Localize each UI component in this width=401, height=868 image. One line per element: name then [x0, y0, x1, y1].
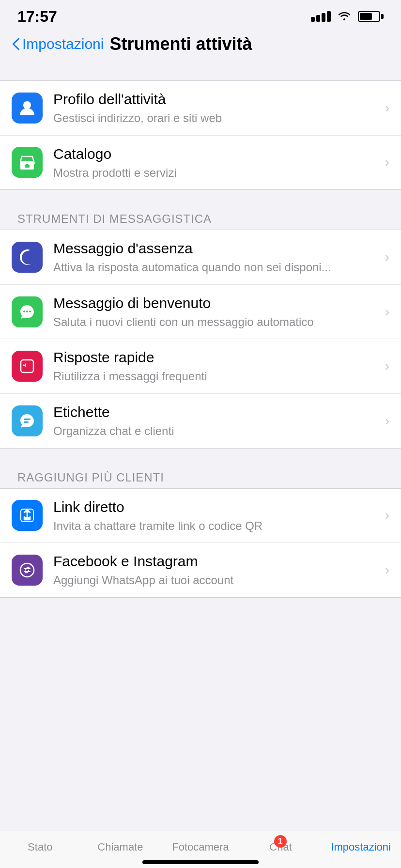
tab-fotocamera[interactable]: Fotocamera	[160, 838, 241, 853]
profilo-title: Profilo dell'attività	[53, 90, 380, 108]
store-icon	[18, 153, 36, 171]
etichette-subtitle: Organizza chat e clienti	[53, 423, 380, 439]
fotocamera-label: Fotocamera	[172, 841, 229, 853]
catalogo-text: Catalogo Mostra prodotti e servizi	[53, 144, 380, 181]
catalogo-icon-bg	[12, 147, 43, 178]
section-gap-2	[0, 190, 401, 207]
profilo-icon-bg	[12, 93, 43, 124]
list-item-facebook-instagram[interactable]: Facebook e Instagram Aggiungi WhatsApp a…	[0, 543, 401, 597]
facebook-instagram-chevron-icon: ›	[385, 562, 389, 578]
link-icon-bg	[12, 500, 43, 531]
benvenuto-subtitle: Saluta i nuovi clienti con un messaggio …	[53, 314, 380, 330]
battery-icon	[358, 11, 384, 22]
section-raggiungi: Link diretto Invita a chattare tramite l…	[0, 488, 401, 598]
tab-stato[interactable]: Stato	[0, 838, 80, 853]
svg-point-4	[26, 310, 28, 312]
tab-impostazioni[interactable]: Impostazioni	[321, 838, 401, 853]
assenza-icon-bg	[12, 242, 43, 273]
wifi-icon	[337, 10, 352, 23]
list-item-etichette[interactable]: Etichette Organizza chat e clienti ›	[0, 394, 401, 448]
etichette-chevron-icon: ›	[385, 413, 389, 429]
list-item-benvenuto[interactable]: Messaggio di benvenuto Saluta i nuovi cl…	[0, 285, 401, 340]
content-area: Profilo dell'attività Gestisci indirizzo…	[0, 63, 401, 675]
moon-icon	[18, 248, 36, 266]
share-icon	[18, 506, 36, 525]
stato-label: Stato	[28, 841, 52, 853]
list-item-profilo[interactable]: Profilo dell'attività Gestisci indirizzo…	[0, 81, 401, 136]
tab-chat[interactable]: 1 Chat	[241, 838, 321, 853]
etichette-icon-bg	[12, 405, 43, 436]
assenza-chevron-icon: ›	[385, 249, 389, 265]
svg-rect-7	[24, 418, 31, 420]
tag-icon	[18, 412, 36, 430]
assenza-text: Messaggio d'assenza Attiva la risposta a…	[53, 239, 380, 276]
status-icons	[311, 10, 384, 23]
etichette-title: Etichette	[53, 403, 380, 421]
list-item-catalogo[interactable]: Catalogo Mostra prodotti e servizi ›	[0, 136, 401, 190]
person-icon	[18, 99, 36, 117]
facebook-instagram-text: Facebook e Instagram Aggiungi WhatsApp a…	[53, 552, 380, 589]
home-indicator	[142, 860, 259, 864]
signal-icon	[311, 11, 331, 22]
risposte-text: Risposte rapide Riutilizza i messaggi fr…	[53, 348, 380, 385]
assenza-subtitle: Attiva la risposta automatica quando non…	[53, 259, 380, 276]
tab-chiamate[interactable]: Chiamate	[80, 838, 161, 853]
reply-icon	[18, 357, 36, 375]
svg-rect-8	[24, 421, 29, 423]
status-time: 17:57	[17, 8, 57, 26]
back-chevron-icon	[12, 37, 20, 51]
chat-badge: 1	[274, 835, 287, 848]
svg-point-10	[20, 563, 34, 577]
benvenuto-title: Messaggio di benvenuto	[53, 294, 380, 312]
benvenuto-text: Messaggio di benvenuto Saluta i nuovi cl…	[53, 294, 380, 330]
svg-point-3	[23, 310, 25, 312]
svg-point-5	[29, 310, 31, 312]
social-link-icon	[18, 561, 36, 579]
profilo-subtitle: Gestisci indirizzo, orari e siti web	[53, 110, 380, 126]
nav-header: Impostazioni Strumenti attività	[0, 29, 401, 63]
risposte-chevron-icon: ›	[385, 358, 389, 374]
section-business-profile: Profilo dell'attività Gestisci indirizzo…	[0, 80, 401, 190]
catalogo-subtitle: Mostra prodotti e servizi	[53, 165, 380, 181]
section-label-raggiungi: RAGGIUNGI PIÙ CLIENTI	[0, 466, 401, 488]
section-messaggistica: Messaggio d'assenza Attiva la risposta a…	[0, 230, 401, 448]
link-diretto-subtitle: Invita a chattare tramite link o codice …	[53, 518, 380, 534]
risposte-subtitle: Riutilizza i messaggi frequenti	[53, 368, 380, 385]
link-diretto-text: Link diretto Invita a chattare tramite l…	[53, 497, 380, 534]
page-title: Strumenti attività	[109, 34, 252, 54]
svg-point-0	[23, 101, 31, 109]
list-item-link-diretto[interactable]: Link diretto Invita a chattare tramite l…	[0, 489, 401, 543]
risposte-title: Risposte rapide	[53, 348, 380, 367]
benvenuto-chevron-icon: ›	[385, 304, 389, 320]
facebook-instagram-subtitle: Aggiungi WhatsApp ai tuoi account	[53, 572, 380, 589]
etichette-text: Etichette Organizza chat e clienti	[53, 403, 380, 439]
chat-bubble-icon	[18, 303, 36, 321]
list-item-risposte[interactable]: Risposte rapide Riutilizza i messaggi fr…	[0, 339, 401, 394]
impostazioni-label: Impostazioni	[331, 841, 391, 853]
link-diretto-chevron-icon: ›	[385, 508, 389, 523]
catalogo-title: Catalogo	[53, 144, 380, 163]
section-gap-1	[0, 63, 401, 80]
section-label-messaggistica: STRUMENTI DI MESSAGGISTICA	[0, 207, 401, 230]
back-label: Impostazioni	[22, 36, 104, 52]
catalogo-chevron-icon: ›	[385, 155, 389, 170]
chiamate-label: Chiamate	[97, 841, 143, 853]
facebook-instagram-title: Facebook e Instagram	[53, 552, 380, 571]
risposte-icon-bg	[12, 351, 43, 382]
assenza-title: Messaggio d'assenza	[53, 239, 380, 258]
status-bar: 17:57	[0, 0, 401, 29]
facebook-icon-bg	[12, 555, 43, 586]
section-gap-3	[0, 449, 401, 466]
link-diretto-title: Link diretto	[53, 497, 380, 516]
benvenuto-icon-bg	[12, 296, 43, 327]
profilo-text: Profilo dell'attività Gestisci indirizzo…	[53, 90, 380, 126]
list-item-assenza[interactable]: Messaggio d'assenza Attiva la risposta a…	[0, 230, 401, 285]
profilo-chevron-icon: ›	[385, 100, 389, 116]
svg-rect-6	[21, 360, 33, 372]
back-button[interactable]: Impostazioni	[12, 36, 104, 52]
